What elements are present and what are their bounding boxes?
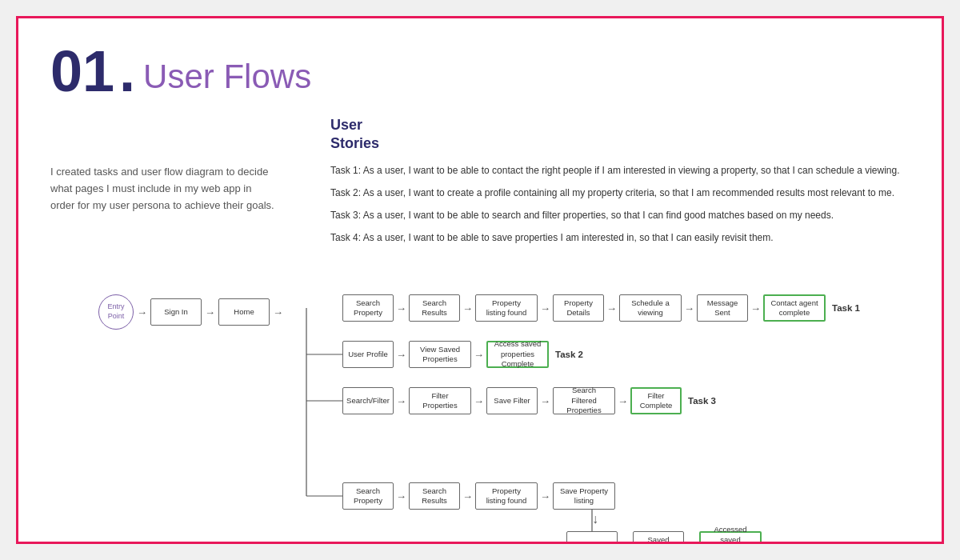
entry-row: EntryPoint → Sign In → Home → xyxy=(98,294,286,330)
task2-node2: View SavedProperties xyxy=(409,341,471,368)
section-number: 01 xyxy=(50,42,114,100)
task4-down-arrow: ↓ xyxy=(592,512,598,526)
right-panel: UserStories Task 1: As a user, I want to… xyxy=(330,116,910,253)
section-title: User Flows xyxy=(143,42,311,97)
task3-node4: SearchFilteredProperties xyxy=(553,387,615,414)
task3-row: Search/Filter → FilterProperties → Save … xyxy=(342,387,716,414)
left-panel: I created tasks and user flow diagram to… xyxy=(50,116,306,253)
task4-node1: SearchProperty xyxy=(342,482,394,510)
story-2: Task 2: As a user, I want to create a pr… xyxy=(330,186,910,200)
task1-node2: SearchResults xyxy=(409,294,460,322)
task1-node6: MessageSent xyxy=(697,294,748,322)
task3-node3: Save Filter xyxy=(486,387,538,414)
task3-label: Task 3 xyxy=(688,396,716,406)
task3-node5: FilterComplete xyxy=(630,387,682,414)
arrow-3: → xyxy=(273,306,283,318)
description-text: I created tasks and user flow diagram to… xyxy=(50,164,274,214)
task4-sub2: SavedProperties xyxy=(633,531,684,544)
story-4: Task 4: As a user, I want to be able to … xyxy=(330,230,910,245)
task4-node2: SearchResults xyxy=(409,482,460,510)
task1-node7: Contact agentcomplete xyxy=(763,294,826,322)
user-stories-title: UserStories xyxy=(330,116,910,154)
arrow-2: → xyxy=(205,306,215,318)
task4-node3: Propertylisting found xyxy=(475,482,538,510)
task4-node4: Save Propertylisting xyxy=(553,482,615,510)
story-1: Task 1: As a user, I want to be able to … xyxy=(330,163,910,178)
section-dot: . xyxy=(119,42,135,100)
page-header: 01 . User Flows xyxy=(50,42,910,100)
sign-in-node: Sign In xyxy=(150,298,202,326)
entry-point-node: EntryPoint xyxy=(98,294,134,330)
task1-node1: SearchProperty xyxy=(342,294,394,322)
task2-row: User Profile → View SavedProperties → Ac… xyxy=(342,341,583,368)
task4-row-top: SearchProperty → SearchResults → Propert… xyxy=(342,482,615,510)
task1-row: SearchProperty → SearchResults → Propert… xyxy=(342,294,860,322)
task3-node1: Search/Filter xyxy=(342,387,394,414)
task4-sub3: Accessedsavedpropertiescomplete xyxy=(699,531,762,544)
task4-row-bottom: User Profile → SavedProperties → Accesse… xyxy=(566,531,796,544)
task1-label: Task 1 xyxy=(832,303,860,313)
task1-node3: Propertylisting found xyxy=(475,294,538,322)
task4-sub1: User Profile xyxy=(566,531,618,544)
arrow-1: → xyxy=(137,306,147,318)
home-node: Home xyxy=(218,298,270,326)
task4-label: Task 4 xyxy=(768,540,796,544)
content-area: I created tasks and user flow diagram to… xyxy=(50,116,910,253)
task1-node4: PropertyDetails xyxy=(553,294,604,322)
task2-label: Task 2 xyxy=(555,350,583,359)
page-wrapper: 01 . User Flows I created tasks and user… xyxy=(16,16,944,544)
story-3: Task 3: As a user, I want to be able to … xyxy=(330,208,910,222)
task2-node1: User Profile xyxy=(342,341,394,368)
task2-node3: Access savedpropertiesComplete xyxy=(486,341,549,368)
task1-node5: Schedule aviewing xyxy=(619,294,682,322)
task3-node2: FilterProperties xyxy=(409,387,471,414)
